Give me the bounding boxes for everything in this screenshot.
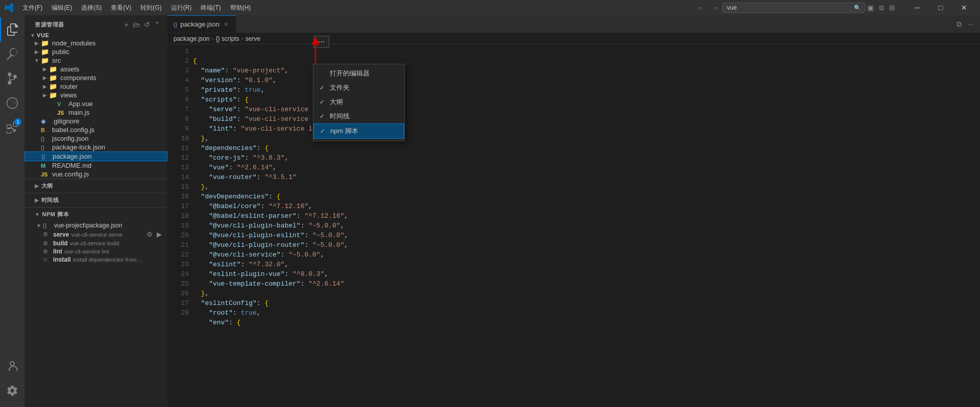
activity-extensions[interactable]: 1 <box>0 115 24 140</box>
menu-edit[interactable]: 编辑(E) <box>47 3 76 13</box>
tree-src[interactable]: ▼ 📁 src <box>24 56 167 65</box>
layout-toggle-button[interactable]: ▣ <box>865 3 876 13</box>
tree-public[interactable]: ▶ 📁 public <box>24 47 167 56</box>
tree-gitignore[interactable]: ▶ ◆ .gitignore <box>24 117 167 125</box>
tab-close-button[interactable]: ✕ <box>223 20 230 29</box>
context-menu-outline[interactable]: ✓ 大纲 <box>313 95 404 109</box>
vue-config-icon: JS <box>41 171 50 177</box>
outline-header[interactable]: ▶ 大纲 <box>24 179 167 193</box>
npm-serve-actions: ⚙ ▶ <box>145 230 163 239</box>
npm-lint-cmd: vue-cli-service lint <box>64 248 109 255</box>
search-icon <box>6 48 18 60</box>
menu-file[interactable]: 文件(F) <box>18 3 46 13</box>
tree-app-vue[interactable]: ▶ V App.vue <box>24 99 167 108</box>
npm-root-icon: {} <box>43 222 52 228</box>
folders-check: ✓ <box>320 84 326 91</box>
nav-back-button[interactable]: ← <box>694 3 707 13</box>
npm-serve-item[interactable]: ⚙ serve vue-cli-service serve ⚙ ▶ <box>24 230 167 239</box>
menu-goto[interactable]: 转到(G) <box>136 3 165 13</box>
layout-split-button[interactable]: ⧉ <box>877 3 886 13</box>
tab-package-json[interactable]: {} package.json ✕ <box>167 15 236 33</box>
collapse-all-button[interactable]: ⌃ <box>153 19 161 30</box>
components-icon: 📁 <box>49 74 58 82</box>
tree-node-modules[interactable]: ▶ 📁 node_modules <box>24 39 167 47</box>
tree-package-lock[interactable]: ▶ {} package-lock.json <box>24 143 167 151</box>
explorer-icon <box>7 23 19 36</box>
package-json-label: package.json <box>53 152 167 160</box>
npm-scripts-section: ▼ NPM 脚本 ▼ {} vue-project\package.json ⚙… <box>24 207 167 264</box>
tree-root-vue[interactable]: ▼ VUE <box>24 32 167 39</box>
main-js-icon: JS <box>57 110 66 116</box>
components-arrow: ▶ <box>41 75 49 81</box>
npm-serve-play-button[interactable]: ▶ <box>155 230 163 239</box>
activity-accounts[interactable] <box>0 354 24 378</box>
readme-label: README.md <box>52 162 167 169</box>
layout-grid-button[interactable]: ⊞ <box>887 3 897 13</box>
menu-select[interactable]: 选择(S) <box>77 3 106 13</box>
code-content[interactable]: { "name": "vue-project", "version": "0.1… <box>193 44 980 407</box>
refresh-button[interactable]: ↺ <box>143 19 151 30</box>
router-label: router <box>60 83 167 90</box>
npm-install-name: install <box>53 256 71 263</box>
activity-run[interactable] <box>0 91 24 115</box>
node-modules-arrow: ▶ <box>33 40 41 46</box>
menu-help[interactable]: 帮助(H) <box>226 3 255 13</box>
breadcrumb-serve[interactable]: serve <box>246 35 260 42</box>
vue-config-label: vue.config.js <box>52 170 167 178</box>
context-menu-npm-scripts[interactable]: ✓ npm 脚本 <box>313 123 404 139</box>
tree-babel-config[interactable]: ▶ B babel.config.js <box>24 125 167 134</box>
activity-settings[interactable] <box>0 378 24 403</box>
npm-build-item[interactable]: ⚙ build vue-cli-service build <box>24 239 167 247</box>
breadcrumb-file[interactable]: package.json <box>174 35 210 42</box>
babel-config-icon: B <box>41 127 50 133</box>
tree-vue-config[interactable]: ▶ JS vue.config.js <box>24 170 167 179</box>
router-icon: 📁 <box>49 83 58 90</box>
views-label: views <box>60 91 167 99</box>
new-folder-button[interactable]: 🗁 <box>132 19 141 30</box>
tree-package-json[interactable]: ▶ {} package.json <box>24 151 167 161</box>
npm-root-item[interactable]: ▼ {} vue-project\package.json <box>24 221 167 230</box>
context-menu-open-editors[interactable]: 打开的编辑器 <box>313 66 404 81</box>
nav-forward-button[interactable]: → <box>709 3 722 13</box>
breadcrumb-scripts[interactable]: {} scripts <box>216 35 239 42</box>
menu-view[interactable]: 查看(V) <box>107 3 135 13</box>
activity-search[interactable] <box>0 42 24 66</box>
tree-router[interactable]: ▶ 📁 router <box>24 82 167 91</box>
sidebar: 资源管理器 + 🗁 ↺ ⌃ ▼ VUE ▶ 📁 node_modules <box>24 15 167 407</box>
new-file-button[interactable]: + <box>124 19 130 30</box>
timeline-header[interactable]: ▶ 时间线 <box>24 193 167 207</box>
public-label: public <box>52 48 167 56</box>
npm-scripts-header[interactable]: ▼ NPM 脚本 <box>24 208 167 221</box>
menu-terminal[interactable]: 终端(T) <box>197 3 225 13</box>
three-dots-menu-button[interactable]: ··· <box>313 36 329 48</box>
tree-components[interactable]: ▶ 📁 components <box>24 73 167 82</box>
outline-label: 大纲 <box>41 182 53 190</box>
assets-arrow: ▶ <box>41 66 49 72</box>
activity-source-control[interactable] <box>0 66 24 91</box>
npm-serve-gear-button[interactable]: ⚙ <box>145 230 154 239</box>
tree-views[interactable]: ▶ 📁 views <box>24 91 167 99</box>
npm-root-arrow: ▼ <box>35 223 43 228</box>
npm-lint-item[interactable]: ⚙ lint vue-cli-service lint <box>24 247 167 256</box>
context-menu: 打开的编辑器 ✓ 文件夹 ✓ 大纲 ✓ 时间线 ✓ npm 脚本 <box>313 64 405 141</box>
tree-main-js[interactable]: ▶ JS main.js <box>24 108 167 117</box>
context-menu-timeline[interactable]: ✓ 时间线 <box>313 109 404 123</box>
minimize-button[interactable]: ─ <box>905 0 929 15</box>
npm-install-item[interactable]: ⚙ install install dependencies from ... <box>24 256 167 264</box>
menu-run[interactable]: 运行(R) <box>167 3 196 13</box>
app-vue-icon: V <box>57 101 66 107</box>
context-menu-folders[interactable]: ✓ 文件夹 <box>313 81 404 95</box>
vscode-logo <box>4 3 14 13</box>
npm-scripts-arrow: ▼ <box>35 212 40 217</box>
tree-readme[interactable]: ▶ M README.md <box>24 161 167 170</box>
search-input[interactable] <box>722 3 865 13</box>
public-arrow: ▶ <box>33 49 41 55</box>
split-editor-button[interactable]: ⧉ <box>954 19 964 30</box>
tree-jsconfig[interactable]: ▶ {} jsconfig.json <box>24 134 167 143</box>
gitignore-label: .gitignore <box>52 117 167 125</box>
maximize-button[interactable]: □ <box>929 0 952 15</box>
tree-assets[interactable]: ▶ 📁 assets <box>24 65 167 73</box>
more-actions-button[interactable]: ··· <box>966 19 976 29</box>
close-button[interactable]: ✕ <box>952 0 976 15</box>
activity-explorer[interactable] <box>0 17 24 42</box>
